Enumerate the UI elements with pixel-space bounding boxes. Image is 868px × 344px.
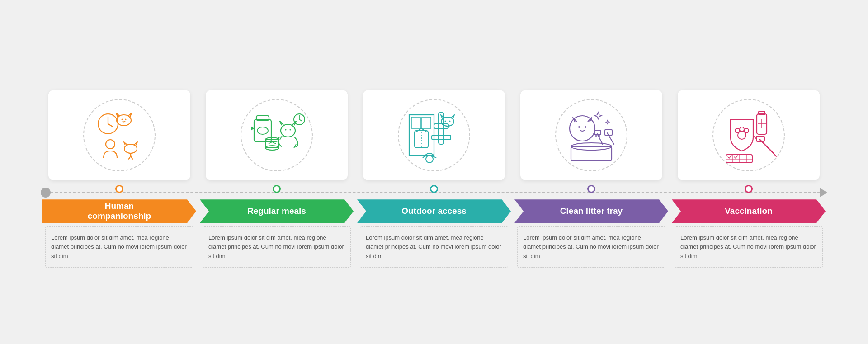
human-companionship-icon bbox=[90, 106, 149, 165]
card-wrapper-2 bbox=[198, 90, 355, 193]
card-icon-area-3 bbox=[398, 99, 470, 171]
card-wrapper-5 bbox=[670, 90, 827, 193]
arrow-text-3: Outdoor access bbox=[401, 206, 467, 216]
arrow-text-5: Vaccination bbox=[725, 206, 773, 216]
svg-point-10 bbox=[257, 127, 268, 134]
svg-point-26 bbox=[441, 117, 454, 126]
svg-line-2 bbox=[108, 124, 113, 127]
arrow-item-2: Regular meals bbox=[198, 199, 355, 223]
svg-point-46 bbox=[735, 128, 740, 133]
desc-box-5: Lorem ipsum dolor sit dim amet, mea regi… bbox=[675, 226, 823, 267]
svg-point-5 bbox=[125, 119, 127, 120]
outdoor-access-icon bbox=[405, 106, 463, 165]
svg-point-34 bbox=[585, 126, 586, 128]
desc-text-3: Lorem ipsum dolor sit dim amet, mea regi… bbox=[366, 234, 501, 259]
desc-text-5: Lorem ipsum dolor sit dim amet, mea regi… bbox=[680, 234, 816, 259]
arrows-row: Human companionship Regular meals Outdoo… bbox=[23, 199, 845, 223]
arrow-item-1: Human companionship bbox=[41, 199, 198, 223]
card-icon-area-5 bbox=[712, 99, 785, 171]
card-vaccination bbox=[678, 90, 819, 180]
svg-point-29 bbox=[426, 156, 433, 163]
svg-point-14 bbox=[281, 124, 295, 137]
card-wrapper-1 bbox=[41, 90, 198, 193]
card-wrapper-4 bbox=[513, 90, 670, 193]
svg-rect-31 bbox=[422, 117, 431, 128]
svg-rect-8 bbox=[254, 119, 271, 142]
svg-point-3 bbox=[117, 115, 131, 126]
svg-point-6 bbox=[106, 140, 115, 149]
arrow-item-5: Vaccination bbox=[670, 199, 827, 223]
card-icon-area-4 bbox=[555, 99, 627, 171]
svg-rect-30 bbox=[411, 117, 420, 128]
svg-point-48 bbox=[744, 128, 749, 133]
regular-meals-icon bbox=[247, 106, 306, 165]
svg-rect-57 bbox=[726, 155, 752, 163]
card-wrapper-3 bbox=[355, 90, 513, 193]
arrow-label-5: Vaccination bbox=[672, 199, 826, 223]
timeline-end-arrow bbox=[820, 188, 827, 197]
arrow-label-1: Human companionship bbox=[42, 199, 196, 223]
desc-text-2: Lorem ipsum dolor sit dim amet, mea regi… bbox=[208, 234, 344, 259]
desc-box-3: Lorem ipsum dolor sit dim amet, mea regi… bbox=[360, 226, 508, 267]
desc-item-4: Lorem ipsum dolor sit dim amet, mea regi… bbox=[513, 226, 670, 267]
svg-point-27 bbox=[445, 121, 446, 122]
desc-box-2: Lorem ipsum dolor sit dim amet, mea regi… bbox=[203, 226, 351, 267]
svg-point-16 bbox=[290, 129, 291, 131]
svg-rect-25 bbox=[432, 135, 451, 140]
card-outdoor-access bbox=[363, 90, 505, 180]
arrow-item-4: Clean litter tray bbox=[513, 199, 670, 223]
svg-point-7 bbox=[124, 144, 137, 153]
svg-line-37 bbox=[607, 133, 614, 144]
cards-row bbox=[23, 76, 845, 193]
vaccination-icon bbox=[719, 106, 778, 165]
card-icon-area-1 bbox=[83, 99, 156, 171]
arrow-label-3: Outdoor access bbox=[357, 199, 511, 223]
arrow-text-1: Human companionship bbox=[88, 201, 151, 221]
desc-box-1: Lorem ipsum dolor sit dim amet, mea regi… bbox=[45, 226, 193, 267]
card-human-companionship bbox=[48, 90, 190, 180]
card-clean-litter-tray bbox=[520, 90, 662, 180]
arrow-text-4: Clean litter tray bbox=[560, 206, 623, 216]
svg-point-4 bbox=[122, 119, 123, 120]
desc-text-1: Lorem ipsum dolor sit dim amet, mea regi… bbox=[51, 234, 187, 259]
desc-item-2: Lorem ipsum dolor sit dim amet, mea regi… bbox=[198, 226, 355, 267]
desc-item-1: Lorem ipsum dolor sit dim amet, mea regi… bbox=[41, 226, 198, 267]
svg-line-56 bbox=[774, 153, 776, 156]
card-regular-meals bbox=[206, 90, 347, 180]
desc-text-4: Lorem ipsum dolor sit dim amet, mea regi… bbox=[523, 234, 659, 259]
desc-row: Lorem ipsum dolor sit dim amet, mea regi… bbox=[23, 223, 845, 267]
desc-item-5: Lorem ipsum dolor sit dim amet, mea regi… bbox=[670, 226, 827, 267]
svg-line-19 bbox=[299, 119, 302, 121]
svg-point-28 bbox=[449, 121, 451, 122]
svg-point-33 bbox=[578, 126, 580, 128]
arrow-text-2: Regular meals bbox=[247, 206, 306, 216]
svg-point-15 bbox=[285, 129, 287, 131]
desc-item-3: Lorem ipsum dolor sit dim amet, mea regi… bbox=[355, 226, 513, 267]
card-icon-area-2 bbox=[241, 99, 313, 171]
desc-box-4: Lorem ipsum dolor sit dim amet, mea regi… bbox=[517, 226, 665, 267]
timeline-start-circle bbox=[41, 188, 51, 198]
infographic: Human companionship Regular meals Outdoo… bbox=[23, 76, 845, 267]
arrow-item-3: Outdoor access bbox=[355, 199, 513, 223]
arrow-label-2: Regular meals bbox=[200, 199, 354, 223]
arrow-label-4: Clean litter tray bbox=[514, 199, 668, 223]
clean-litter-tray-icon bbox=[562, 106, 621, 165]
